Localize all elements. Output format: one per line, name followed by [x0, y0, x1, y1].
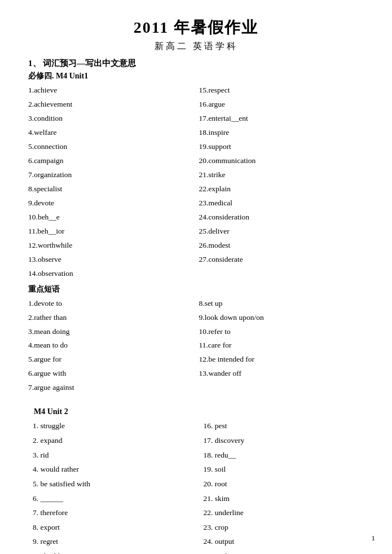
vocab-item: 20.communication	[199, 154, 364, 168]
phrase-item: 12.be intended for	[199, 353, 364, 367]
vocab-item: 3.condition	[28, 112, 193, 126]
unit1-label: 必修四. M4 Unit1	[28, 71, 364, 81]
vocab-item: 22.explain	[199, 182, 364, 196]
vocab-item: 9.devote	[28, 196, 193, 210]
vocab-item: 8.specialist	[28, 182, 193, 196]
vocab-item: 12.worthwhile	[28, 239, 193, 253]
phrase-item: 6.argue with	[28, 367, 193, 381]
vocab-item: 2.achievement	[28, 98, 193, 112]
vocab-item: 13.observe	[28, 253, 193, 267]
sub-title: 新高二 英语学科	[28, 41, 364, 52]
page-number: 1	[372, 534, 376, 543]
unit2-left-col: 1. struggle2. expand3. rid4. would rathe…	[28, 419, 193, 554]
unit2-vocab-item: 24. output	[199, 534, 364, 549]
vocab-item: 23.medical	[199, 196, 364, 210]
unit2-vocab-item: 9. regret	[28, 534, 193, 549]
vocab-right-col: 15.respect16.argue17.entertai__ent18.ins…	[199, 83, 364, 281]
unit2-vocab-item: 6. ______	[28, 491, 193, 506]
unit2-vocab-item: 1. struggle	[28, 419, 193, 433]
vocab-item: 11.beh__ior	[28, 225, 193, 239]
unit2-section: M4 Unit 2 1. struggle2. expand3. rid4. w…	[28, 407, 364, 554]
phrase-item: 2.rather than	[28, 311, 193, 325]
vocab-left-col: 1.achieve2.achievement3.condition4.welfa…	[28, 83, 193, 281]
unit2-vocab-item: 3. rid	[28, 448, 193, 463]
unit2-vocab-item: 20. root	[199, 477, 364, 491]
phrase-item: 8.set up	[199, 297, 364, 311]
unit2-vocab-item: 21. skim	[199, 491, 364, 506]
unit2-vocab-item: 16. pest	[199, 419, 364, 433]
vocab-item: 17.entertai__ent	[199, 112, 364, 126]
vocab-item: 27.considerate	[199, 253, 364, 267]
phrase-item: 7.argue against	[28, 381, 193, 395]
phrase-item: 5.argue for	[28, 353, 193, 367]
unit2-vocab-item: 22. underline	[199, 505, 364, 520]
vocab-item: 7.organization	[28, 168, 193, 182]
unit2-vocab-item: 8. export	[28, 520, 193, 535]
vocab-item: 24.consideration	[199, 210, 364, 225]
unit2-vocab-item: 18. redu__	[199, 448, 364, 463]
unit2-label: M4 Unit 2	[34, 407, 364, 416]
unit2-vocab-item: 7. therefore	[28, 505, 193, 520]
unit2-vocab-item: 25. sunburnt	[199, 549, 364, 554]
phrases-heading: 重点短语	[28, 284, 364, 294]
phrase-item: 1.devote to	[28, 297, 193, 311]
unit2-vocab: 1. struggle2. expand3. rid4. would rathe…	[28, 419, 364, 554]
phrase-item: 10.refer to	[199, 325, 364, 339]
phrases: 1.devote to2.rather than3.mean doing4.me…	[28, 297, 364, 395]
vocab-item: 26.modest	[199, 239, 364, 253]
section1-heading: 1、 词汇预习—写出中文意思	[28, 58, 364, 69]
unit2-vocab-item: 17. discovery	[199, 433, 364, 448]
phrase-item: 3.mean doing	[28, 325, 193, 339]
phrase-item: 13.wander off	[199, 367, 364, 381]
unit2-right-col: 16. pest17. discovery18. redu__19. soil2…	[199, 419, 364, 554]
unit2-vocab-item: 4. would rather	[28, 462, 193, 477]
vocab-item: 14.observation	[28, 267, 193, 281]
vocab-item: 4.welfare	[28, 126, 193, 140]
unit1-vocab: 1.achieve2.achievement3.condition4.welfa…	[28, 83, 364, 281]
vocab-item: 1.achieve	[28, 83, 193, 98]
unit2-vocab-item: 23. crop	[199, 520, 364, 535]
phrase-item: 11.care for	[199, 338, 364, 353]
unit2-vocab-item: 5. be satisfied with	[28, 477, 193, 491]
unit2-vocab-item: 10. build up	[28, 549, 193, 554]
vocab-item: 15.respect	[199, 83, 364, 98]
vocab-item: 6.campaign	[28, 154, 193, 168]
vocab-item: 21.strike	[199, 168, 364, 182]
unit2-vocab-item: 19. soil	[199, 462, 364, 477]
phrase-item: 4.mean to do	[28, 338, 193, 353]
phrases-left-col: 1.devote to2.rather than3.mean doing4.me…	[28, 297, 193, 395]
unit2-vocab-item: 2. expand	[28, 433, 193, 448]
main-title: 2011 年暑假作业	[28, 17, 364, 38]
vocab-item: 19.support	[199, 140, 364, 154]
vocab-item: 16.argue	[199, 98, 364, 112]
phrases-right-col: 8.set up9.look down upon/on10.refer to11…	[199, 297, 364, 395]
vocab-item: 10.beh__e	[28, 210, 193, 225]
phrase-item: 9.look down upon/on	[199, 311, 364, 325]
vocab-item: 5.connection	[28, 140, 193, 154]
vocab-item: 18.inspire	[199, 126, 364, 140]
vocab-item: 25.deliver	[199, 225, 364, 239]
